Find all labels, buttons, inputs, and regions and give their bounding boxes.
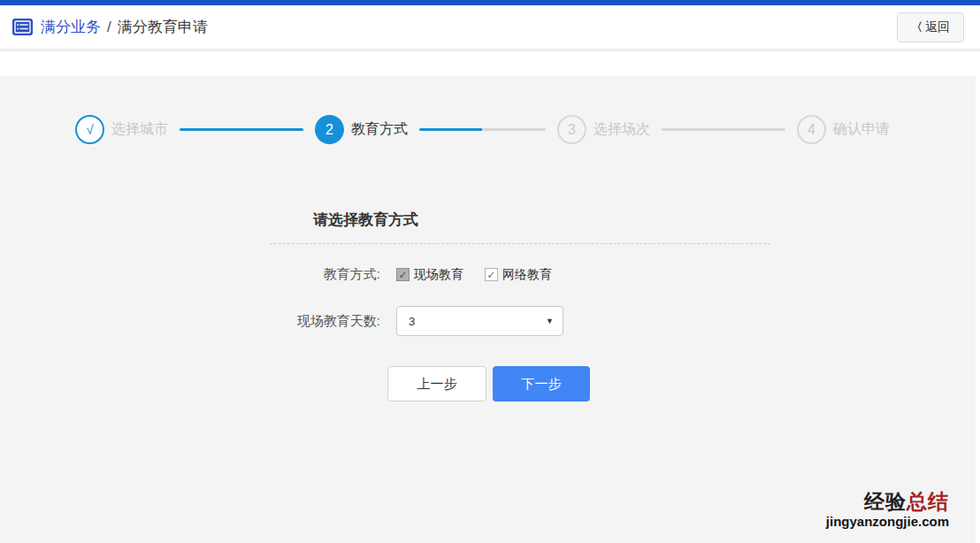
breadcrumb-section[interactable]: 满分业务: [41, 17, 101, 37]
content-panel: √ 选择城市 2 教育方式 3 选择场次 4 确认申请 请选择教育方式 教育方式…: [0, 76, 976, 543]
onsite-days-selected-value: 3: [409, 315, 415, 328]
breadcrumb: 满分业务 / 满分教育申请: [12, 17, 208, 37]
watermark-domain: jingyanzongjie.com: [826, 514, 949, 529]
stepper-connector-1: [180, 128, 303, 131]
stepper-connector-3: [662, 128, 785, 131]
step-1-select-city: √ 选择城市: [75, 115, 168, 144]
form-title: 请选择教育方式: [270, 210, 770, 244]
education-method-row: 教育方式: ✓ 现场教育 ✓ 网络教育: [270, 266, 770, 283]
previous-step-button[interactable]: 上一步: [387, 366, 486, 402]
step-2-label: 教育方式: [351, 120, 408, 139]
watermark-title: 经验总结: [826, 490, 949, 513]
header: 满分业务 / 满分教育申请 〈 返回: [0, 5, 980, 51]
step-2-circle: 2: [315, 115, 344, 144]
back-button[interactable]: 〈 返回: [897, 12, 964, 42]
step-4-confirm-application: 4 确认申请: [797, 115, 890, 144]
checkbox-onsite-education[interactable]: ✓ 现场教育: [396, 267, 463, 283]
education-method-options: ✓ 现场教育 ✓ 网络教育: [396, 267, 573, 283]
step-3-circle: 3: [557, 115, 586, 144]
stepper-connector-2: [419, 128, 546, 131]
watermark-title-red: 总结: [907, 490, 949, 513]
breadcrumb-separator: /: [107, 19, 111, 36]
back-button-label: 返回: [925, 19, 950, 35]
step-3-select-session: 3 选择场次: [557, 115, 650, 144]
checkbox-online-label: 网络教育: [502, 267, 552, 283]
next-step-button[interactable]: 下一步: [493, 366, 590, 402]
onsite-days-row: 现场教育天数: 3 ▼: [270, 306, 770, 336]
checkbox-checked-icon[interactable]: ✓: [485, 268, 498, 281]
onsite-days-controls: 3 ▼: [396, 306, 563, 336]
education-method-label: 教育方式:: [270, 266, 380, 283]
list-icon: [12, 19, 33, 35]
step-1-label: 选择城市: [111, 120, 168, 139]
form-area: 请选择教育方式 教育方式: ✓ 现场教育 ✓ 网络教育 现场教育天数: 3 ▼: [270, 210, 770, 402]
step-3-label: 选择场次: [593, 120, 650, 139]
onsite-days-select[interactable]: 3 ▼: [396, 306, 563, 336]
breadcrumb-page: 满分教育申请: [118, 17, 208, 37]
step-2-education-method: 2 教育方式: [315, 115, 408, 144]
onsite-days-label: 现场教育天数:: [270, 313, 380, 330]
stepper: √ 选择城市 2 教育方式 3 选择场次 4 确认申请: [0, 76, 976, 144]
step-4-circle: 4: [797, 115, 826, 144]
watermark-title-black: 经验: [864, 490, 907, 513]
checkbox-online-education[interactable]: ✓ 网络教育: [485, 267, 552, 283]
chevron-left-icon: 〈: [911, 19, 923, 35]
dropdown-arrow-icon: ▼: [546, 317, 554, 325]
checkbox-checked-disabled-icon[interactable]: ✓: [396, 268, 410, 281]
wizard-buttons: 上一步 下一步: [387, 366, 770, 402]
watermark: 经验总结 jingyanzongjie.com: [826, 490, 949, 529]
step-1-circle-check-icon: √: [75, 115, 104, 144]
checkbox-onsite-label: 现场教育: [414, 267, 463, 283]
step-4-label: 确认申请: [833, 120, 890, 139]
